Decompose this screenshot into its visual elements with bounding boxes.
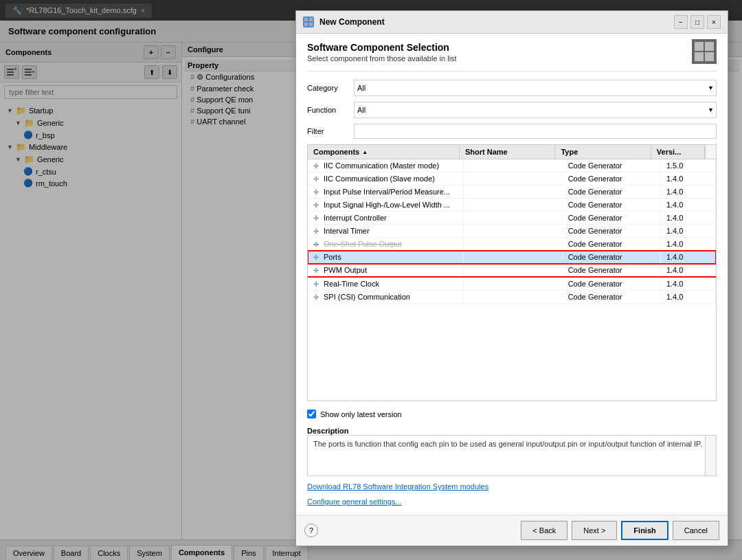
help-button[interactable]: ? [304,524,318,537]
comp-name-cell: ✛Input Signal High-/Low-Level Width ... [308,199,464,211]
table-row[interactable]: ✛Input Signal High-/Low-Level Width ...C… [308,199,716,212]
svg-rect-11 [309,23,313,26]
comp-shortname-cell [464,216,562,220]
ide-window: 🔧 *RL78G16_Touch_kit_demo.scfg × Softwar… [0,0,742,560]
comp-version-cell: 1.4.0 [661,172,716,185]
comp-shortname-cell [464,229,562,233]
description-box: The ports is function that config each p… [307,435,717,476]
dialog-title-icon [303,16,314,27]
comp-shortname-cell [464,190,562,194]
table-row[interactable]: ✛SPI (CSI) CommunicationCode Generator1.… [308,291,716,304]
table-row[interactable]: ✛Real-Time ClockCode Generator1.4.0 [308,278,716,291]
comp-type-cell: Code Generator [563,291,661,303]
component-icon: ✛ [313,214,319,222]
comp-version-cell: 1.4.0 [661,225,716,237]
comp-version-cell: 1.4.0 [661,264,716,276]
comp-shortname-cell [464,203,562,207]
col-header-components: Components ▲ [308,145,460,159]
grid-cell [705,52,714,61]
table-row[interactable]: ✛IIC Communication (Slave mode)Code Gene… [308,172,716,186]
components-table-body: ✛IIC Communication (Master mode)Code Gen… [308,159,716,401]
table-row[interactable]: ✛IIC Communication (Master mode)Code Gen… [308,159,716,172]
comp-type-cell: Code Generator [563,186,661,198]
divider [307,71,717,71]
dialog-maximize-btn[interactable]: □ [690,15,704,29]
show-latest-checkbox[interactable] [307,410,316,418]
comp-shortname-cell [464,295,562,299]
comp-version-cell: 1.4.0 [661,291,716,303]
dialog-title-controls: − □ × [674,15,721,29]
dialog-minimize-btn[interactable]: − [674,15,688,29]
table-row[interactable]: ✛Interrupt ControllerCode Generator1.4.0 [308,212,716,225]
table-row[interactable]: ✛Input Pulse Interval/Period Measure...C… [308,186,716,199]
footer-buttons: < Back Next > Finish Cancel [521,521,719,540]
comp-shortname-cell [464,164,562,168]
filter-label: Filter [307,127,348,135]
comp-version-cell: 1.4.0 [661,199,716,211]
svg-rect-9 [309,18,313,21]
table-row[interactable]: ✛Interval TimerCode Generator1.4.0 [308,225,716,238]
dialog-close-btn[interactable]: × [707,15,721,29]
dialog-title-text: New Component [319,17,385,27]
comp-version-cell: 1.4.0 [661,212,716,224]
comp-shortname-cell [464,282,562,286]
component-icon: ✛ [313,280,319,288]
component-icon: ✛ [313,162,319,170]
svg-rect-8 [304,18,308,21]
category-select-wrapper: All ▼ [354,80,717,96]
comp-shortname-cell [464,268,562,272]
comp-version-cell: 1.5.0 [661,159,716,172]
comp-version-cell: 1.4.0 [661,238,716,250]
comp-type-cell: Code Generator [563,278,661,290]
table-row[interactable]: ✛One-Shot Pulse OutputCode Generator1.4.… [308,238,716,251]
comp-name-cell: ✛IIC Communication (Slave mode) [308,172,464,185]
comp-name-cell: ✛PWM Output [308,264,464,276]
comp-type-cell: Code Generator [563,264,661,276]
component-icon: ✛ [313,267,319,274]
next-button[interactable]: Next > [572,521,617,540]
component-icon: ✛ [313,227,319,235]
function-row: Function All ▼ [307,102,717,118]
configure-link-row: Configure general settings... [307,497,717,506]
component-icon: ✛ [313,175,319,183]
comp-version-cell: 1.4.0 [661,251,716,263]
grid-cell [695,52,704,61]
filter-row: Filter [307,124,717,139]
col-header-type: Type [555,145,651,159]
comp-type-cell: Code Generator [563,225,661,237]
dialog-subtitle: Select component from those available in… [307,54,717,63]
component-icon: ✛ [313,188,319,196]
download-link[interactable]: Download RL78 Software Integration Syste… [307,482,488,491]
comp-shortname-cell [464,177,562,181]
col-header-shortname: Short Name [460,145,555,159]
configure-link[interactable]: Configure general settings... [307,497,402,506]
finish-button[interactable]: Finish [621,521,668,540]
function-select-wrapper: All ▼ [354,102,717,118]
function-select[interactable]: All [354,102,717,118]
cancel-button[interactable]: Cancel [673,521,719,540]
dialog-section-title: Software Component Selection [307,42,717,53]
show-latest-row: Show only latest version [307,407,717,421]
component-filter-input[interactable] [354,124,717,139]
component-icon: ✛ [313,240,319,248]
comp-type-cell: Code Generator [563,159,661,172]
dialog-section-header: Software Component Selection Select comp… [307,42,717,63]
back-button[interactable]: < Back [521,521,567,540]
description-scrollbar[interactable] [705,436,716,475]
table-row[interactable]: ✛PortsCode Generator1.4.0 [308,251,716,264]
comp-name-cell: ✛Interrupt Controller [308,212,464,224]
component-icon: ✛ [313,293,319,301]
comp-type-cell: Code Generator [563,251,661,263]
comp-version-cell: 1.4.0 [661,278,716,290]
download-link-row: Download RL78 Software Integration Syste… [307,482,717,491]
dialog-titlebar: New Component − □ × [296,11,728,34]
comp-version-cell: 1.4.0 [661,186,716,198]
help-label: ? [309,526,313,535]
category-select[interactable]: All [354,80,717,96]
description-label: Description [307,427,717,435]
comp-shortname-cell [464,255,562,259]
comp-name-cell: ✛IIC Communication (Master mode) [308,159,464,172]
sort-icon: ▲ [362,149,368,155]
table-row[interactable]: ✛PWM OutputCode Generator1.4.0 [308,264,716,278]
description-text: The ports is function that config each p… [313,440,702,448]
